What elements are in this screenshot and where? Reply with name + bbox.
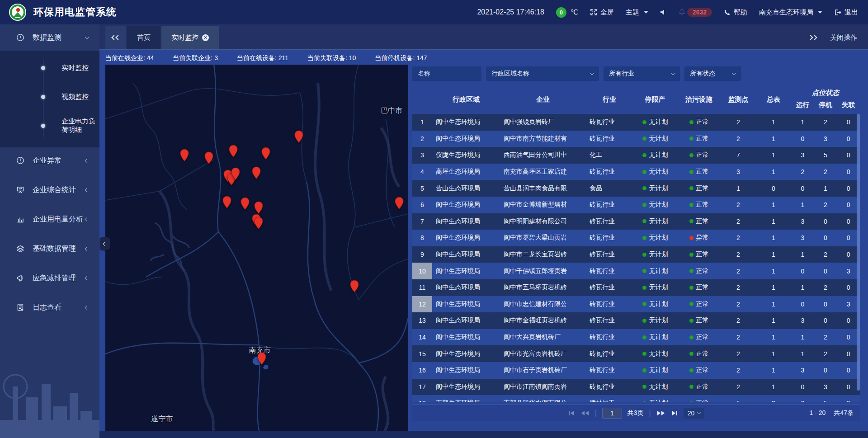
map-pin[interactable]: [261, 147, 271, 160]
chevron-down-icon: [590, 71, 594, 75]
table-row[interactable]: 4高坪生态环境局南充市高坪区王家店建砖瓦行业无计划正常31220: [412, 164, 860, 180]
close-icon[interactable]: ✕: [202, 34, 209, 41]
cell-region: 阆中生态环境局: [432, 246, 500, 263]
next-page-button[interactable]: [656, 410, 665, 416]
table-row[interactable]: 7阆中生态环境局阆中明阳建材有限公司砖瓦行业无计划正常21300: [412, 213, 860, 230]
cell-meters: 1: [756, 230, 791, 246]
cell-meters: 1: [756, 246, 791, 263]
map-pin[interactable]: [231, 167, 241, 180]
prev-page-button[interactable]: [580, 410, 590, 416]
stat-value: 3: [214, 54, 218, 61]
range-label: 1 - 20: [810, 409, 826, 417]
table-row[interactable]: 15阆中生态环境局阆中市光富页岩机砖厂砖瓦行业无计划正常21120: [412, 345, 860, 362]
name-filter-input[interactable]: 名称: [412, 66, 481, 81]
cell-stop: 2: [814, 114, 837, 131]
map-pin[interactable]: [228, 145, 238, 158]
table-row[interactable]: 3仪陇生态环境局西南油气田分公司川中化工无计划正常71350: [412, 147, 860, 164]
table-row[interactable]: 18南部生态环境局南部县砚华水泥有限公建材加工无计划正常52050: [412, 395, 860, 402]
sidebar-subitem[interactable]: 企业电力负荷明细: [0, 111, 99, 140]
table-row[interactable]: 1阆中生态环境局阆中强锐页岩砖厂砖瓦行业无计划正常21120: [412, 114, 860, 131]
tab-label: 实时监控: [171, 33, 198, 42]
page-number-input[interactable]: 1: [602, 408, 622, 419]
cell-points: 2: [721, 312, 756, 329]
org-menu[interactable]: 南充市生态环境局: [759, 8, 822, 17]
theme-menu[interactable]: 主题: [626, 8, 648, 17]
map-pin[interactable]: [252, 166, 261, 179]
table-row[interactable]: 17阆中生态环境局阆中市江南镇阆南页岩砖瓦行业无计划正常21030: [412, 379, 860, 396]
map-pin[interactable]: [394, 197, 404, 210]
cell-facility-status: 异常: [677, 230, 721, 246]
status-filter-select[interactable]: 所有状态: [684, 66, 741, 81]
cell-run: 0: [791, 263, 814, 279]
cell-region: 高坪生态环境局: [432, 164, 500, 180]
sound-button[interactable]: [660, 9, 667, 15]
page-size-select[interactable]: 20: [684, 408, 705, 419]
sidebar-item-2[interactable]: 企业综合统计: [0, 177, 99, 203]
notifications[interactable]: 2632: [679, 8, 712, 17]
map-pin[interactable]: [254, 201, 264, 214]
chevron-down-icon: [85, 35, 90, 39]
status-dot-green: [689, 385, 693, 389]
cell-facility-status: 正常: [677, 345, 721, 362]
fullscreen-button[interactable]: 全屏: [590, 8, 614, 17]
cell-industry: 砖瓦行业: [586, 329, 633, 346]
cell-plan-status: 无计划: [633, 296, 677, 313]
tabs-scroll-left-button[interactable]: [105, 26, 126, 49]
logout-icon: [834, 9, 841, 16]
table-row[interactable]: 5营山生态环境局营山县润丰肉食品有限食品无计划正常10010: [412, 180, 860, 197]
map-pin[interactable]: [349, 280, 359, 293]
table-row[interactable]: 6阆中生态环境局阆中市金博瑞新型墙材砖瓦行业无计划正常21120: [412, 197, 860, 213]
sidebar-subitem[interactable]: 实时监控: [0, 53, 99, 82]
map-pin[interactable]: [254, 217, 264, 230]
sidebar-item-0[interactable]: 数据监测: [0, 24, 99, 51]
row-number: 1: [412, 114, 432, 131]
map-pin[interactable]: [240, 197, 250, 210]
tab-1[interactable]: 实时监控✕: [161, 26, 219, 49]
sidebar-item-1[interactable]: 企业异常: [0, 147, 99, 174]
col-points: 监测点: [721, 85, 756, 114]
last-page-button[interactable]: [671, 410, 678, 416]
region-filter-select[interactable]: 行政区域名称: [486, 66, 599, 81]
stat-value: 44: [147, 54, 154, 61]
table-row[interactable]: 14阆中生态环境局阆中大兴页岩机砖厂砖瓦行业无计划正常21120: [412, 329, 860, 346]
tabs-scroll-right-button[interactable]: [809, 36, 816, 39]
sidebar-item-5[interactable]: 应急减排管理: [0, 265, 99, 291]
map-pin[interactable]: [257, 352, 266, 365]
table-scrollbar[interactable]: [857, 114, 860, 391]
cell-facility-status: 正常: [677, 197, 721, 213]
table-row[interactable]: 13阆中生态环境局阆中市金福旺页岩机砖砖瓦行业无计划正常21300: [412, 312, 860, 329]
sidebar-item-6[interactable]: 日志查看: [0, 294, 99, 320]
map-panel[interactable]: 巴中市南充市遂宁市: [105, 65, 408, 431]
sidebar-item-4[interactable]: 基础数据管理: [0, 235, 99, 262]
sidebar-subitem[interactable]: 视频监控: [0, 82, 99, 111]
status-dot-green: [642, 137, 646, 141]
status-dot-green: [642, 368, 646, 372]
table-row[interactable]: 16阆中生态环境局阆中市石子页岩机砖厂砖瓦行业无计划正常21300: [412, 362, 860, 379]
app-header: 环保用电监管系统 2021-02-25 17:46:18 0 ℃ 全屏 主题: [0, 0, 868, 24]
table-row[interactable]: 11阆中生态环境局阆中市五马桥页岩机砖砖瓦行业无计划正常21120: [412, 279, 860, 296]
table-row[interactable]: 2阆中生态环境局阆中市南方节能建材有砖瓦行业无计划正常21030: [412, 131, 860, 147]
cell-industry: 砖瓦行业: [586, 246, 633, 263]
status-dot-green: [642, 269, 646, 273]
map-pin[interactable]: [179, 149, 189, 162]
map-collapse-handle[interactable]: [100, 237, 110, 250]
map-pin[interactable]: [222, 196, 231, 209]
map-pin[interactable]: [204, 151, 214, 165]
sidebar-item-3[interactable]: 企业用电量分析: [0, 206, 99, 232]
cell-stop: 0: [814, 263, 837, 279]
map-pin[interactable]: [294, 130, 304, 143]
close-operations-button[interactable]: 关闭操作: [830, 33, 857, 42]
cell-meters: 1: [756, 345, 791, 362]
cell-company: 阆中市江南镇阆南页岩: [500, 379, 586, 396]
logout-button[interactable]: 退出: [834, 8, 858, 17]
table-row[interactable]: 12阆中生态环境局阆中市忠信建材有限公砖瓦行业无计划正常21003: [412, 296, 860, 313]
first-page-button[interactable]: [568, 410, 575, 416]
table-row[interactable]: 9阆中生态环境局阆中市二龙长宝页岩砖砖瓦行业无计划正常21120: [412, 246, 860, 263]
table-row[interactable]: 10阆中生态环境局阆中千佛镇五郎垭页岩砖瓦行业无计划正常21003: [412, 263, 860, 279]
help-button[interactable]: 帮助: [724, 8, 747, 17]
temperature-unit: ℃: [571, 8, 578, 16]
industry-filter-select[interactable]: 所有行业: [604, 66, 680, 81]
table-row[interactable]: 8阆中生态环境局阆中市枣碧大梁山页岩砖瓦行业无计划异常21300: [412, 230, 860, 246]
tab-0[interactable]: 首页: [127, 26, 160, 49]
plan-label: 无计划: [649, 201, 668, 209]
